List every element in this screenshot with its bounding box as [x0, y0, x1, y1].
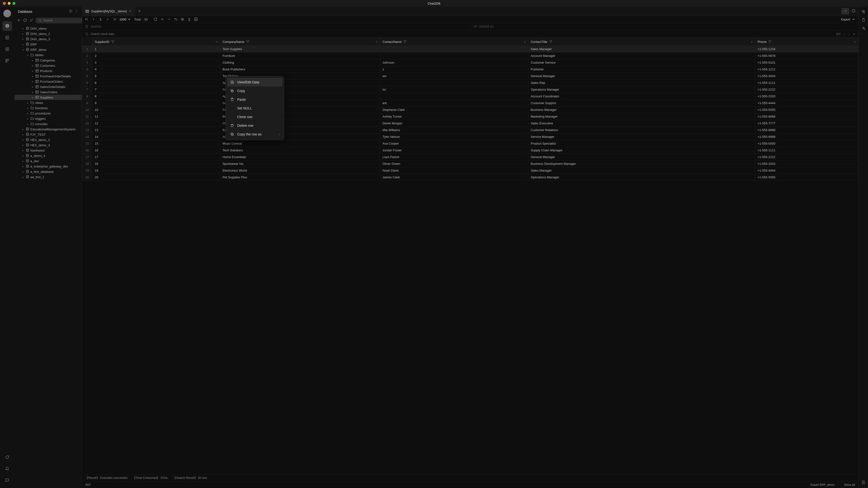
- table-row[interactable]: 1717Home EssentialsLiam ParkerGeneral Ma…: [82, 154, 858, 161]
- refresh-button[interactable]: [23, 18, 27, 23]
- tree-item-customers[interactable]: ▸Customers: [14, 63, 82, 68]
- tree-item-a-demo-4[interactable]: ▸a_demo_4: [14, 153, 82, 158]
- cell-companyname[interactable]: Tech Supplies: [220, 46, 380, 53]
- add-connection-button[interactable]: [69, 9, 72, 14]
- cell-contactname[interactable]: [380, 93, 528, 100]
- cell-phone[interactable]: +1-555-3333: [755, 161, 858, 167]
- cell-supplierid[interactable]: 18: [92, 161, 220, 167]
- cell-phone[interactable]: +1-555-5555: [755, 174, 858, 181]
- cell-contacttitle[interactable]: Operations Manager: [528, 86, 755, 93]
- cell-contacttitle[interactable]: General Manager: [528, 154, 755, 161]
- table-row[interactable]: 1313Baby GearMia WilliamsCustomer Relati…: [82, 127, 858, 133]
- tree-item-fjy-test[interactable]: ▸FJY_TEST: [14, 132, 82, 137]
- tab-suppliers[interactable]: Suppliers[MySQL _demo] ✕: [82, 7, 135, 16]
- tree-item-salesorderdetails[interactable]: ▸SalesOrderDetails: [14, 84, 82, 89]
- ctx-set-null[interactable]: Set NULL: [227, 104, 282, 112]
- activity-notifications[interactable]: [2, 464, 12, 474]
- tree-item-educationalmanagementsystem[interactable]: ▸EducationalManagementSystem: [14, 127, 82, 132]
- chart-button[interactable]: [194, 18, 198, 21]
- sidebar-more-button[interactable]: [74, 9, 78, 14]
- column-header-contacttitle[interactable]: ContactTitle⇅: [528, 38, 755, 46]
- cell-contactname[interactable]: [380, 46, 528, 53]
- cell-contactname[interactable]: Oliver Green: [380, 161, 528, 167]
- table-row[interactable]: 1515Music CentralAva CooperProduct Speci…: [82, 140, 858, 147]
- tabs-dropdown-button[interactable]: [841, 8, 849, 14]
- activity-ai[interactable]: [2, 44, 12, 54]
- cell-contacttitle[interactable]: General Manager: [528, 73, 755, 79]
- tree-item-northwind[interactable]: ▸Northwind: [14, 148, 82, 153]
- cell-phone[interactable]: +1-555-1212: [755, 66, 858, 73]
- cell-phone[interactable]: +1-555-2222: [755, 154, 858, 161]
- cell-phone[interactable]: +1-555-7777: [755, 120, 858, 127]
- cell-contactname[interactable]: s: [380, 66, 528, 73]
- cell-supplierid[interactable]: 12: [92, 120, 220, 127]
- ctx-copy[interactable]: Copy: [227, 87, 282, 95]
- upload-button[interactable]: [187, 18, 191, 21]
- table-row[interactable]: 99Garden EssentialsarkCustomer Support+1…: [82, 100, 858, 106]
- search-down-button[interactable]: ↓: [848, 32, 850, 36]
- cell-contacttitle[interactable]: Service Manager: [528, 133, 755, 140]
- table-row[interactable]: 1616Tech SolutionsJordan FosterSupply Ch…: [82, 147, 858, 154]
- next-page-button[interactable]: [106, 18, 110, 21]
- cell-supplierid[interactable]: 2: [92, 53, 220, 59]
- ctx-copy-the-row-as[interactable]: Copy the row as›: [227, 130, 282, 138]
- rail-notes-button[interactable]: [862, 481, 865, 485]
- tree-item-a-test-database[interactable]: ▸a_test_database: [14, 169, 82, 174]
- table-row[interactable]: 1010Pet ParadiseStephanie ClarkBusiness …: [82, 106, 858, 113]
- table-row[interactable]: 2020Pet Supplies PlusJames ClarkOperatio…: [82, 174, 858, 181]
- cell-contactname[interactable]: [380, 79, 528, 86]
- cell-phone[interactable]: +1-555-9999: [755, 133, 858, 140]
- cell-contacttitle[interactable]: Account Coordinator: [528, 93, 755, 100]
- orderby-filter[interactable]: ORDER BY: [470, 23, 858, 30]
- cell-supplierid[interactable]: 4: [92, 66, 220, 73]
- undo-button[interactable]: [174, 18, 178, 21]
- table-row[interactable]: 22FurnitureAccount Manager+1-555-5678: [82, 53, 858, 59]
- cell-contacttitle[interactable]: Supply Chain Manager: [528, 147, 755, 154]
- cell-supplierid[interactable]: 6: [92, 79, 220, 86]
- table-row[interactable]: 33ClothingJohnsonCustomer Service+1-555-…: [82, 59, 858, 66]
- table-row[interactable]: 1414Auto Parts Inc.Tyler NelsonService M…: [82, 133, 858, 140]
- tab-close-button[interactable]: ✕: [129, 9, 131, 13]
- tree-item-purchaseorderdetails[interactable]: ▸PurchaseOrderDetails: [14, 73, 82, 79]
- tree-item-salesorders[interactable]: ▸SalesOrders: [14, 89, 82, 95]
- cell-supplierid[interactable]: 8: [92, 93, 220, 100]
- cell-contacttitle[interactable]: Business Manager: [528, 106, 755, 113]
- cell-phone[interactable]: +1-555-4444: [755, 100, 858, 106]
- show-all-link[interactable]: Show all: [844, 483, 855, 487]
- cell-companyname[interactable]: Clothing: [220, 59, 380, 66]
- cell-supplierid[interactable]: 20: [92, 174, 220, 181]
- rail-clipboard-button[interactable]: [862, 18, 865, 23]
- tree-item-dhx-demo[interactable]: ▸DHX_demo: [14, 26, 82, 31]
- tree-item-erp-demo[interactable]: ▾ERP_demo: [14, 47, 82, 52]
- cell-contactname[interactable]: [380, 53, 528, 59]
- column-header-companyname[interactable]: CompanyName⇅: [220, 38, 380, 46]
- cell-supplierid[interactable]: 5: [92, 73, 220, 79]
- tree-item-dhx-demo-2[interactable]: ▸DHX_demo_2: [14, 31, 82, 36]
- table-row[interactable]: 1818Sportswear Inc.Oliver GreenBusiness …: [82, 161, 858, 167]
- new-query-button[interactable]: [17, 18, 21, 23]
- cell-companyname[interactable]: Home Essentials: [220, 154, 380, 161]
- ctx-delete-row[interactable]: Delete row: [227, 121, 282, 130]
- remove-row-button[interactable]: [167, 18, 171, 21]
- table-row[interactable]: 66Sports GearSales Rep+1-555-1111: [82, 79, 858, 86]
- preview-button[interactable]: [181, 18, 184, 21]
- table-row[interactable]: 77GemstonelorOperations Manager+1-555-22…: [82, 86, 858, 93]
- tree-item-hex-demo-3[interactable]: ▸HEX_demo_3: [14, 142, 82, 148]
- cell-supplierid[interactable]: 13: [92, 127, 220, 133]
- tree-item-functions[interactable]: ▸functions: [14, 105, 82, 110]
- first-page-button[interactable]: [85, 18, 89, 21]
- ctx-paste[interactable]: Paste: [227, 95, 282, 104]
- cell-companyname[interactable]: Furniture: [220, 53, 380, 59]
- activity-feedback[interactable]: [2, 476, 12, 485]
- cell-contactname[interactable]: Liam Parker: [380, 154, 528, 161]
- table-row[interactable]: 1111Beauty EssentialsAshley TurnerMarket…: [82, 113, 858, 120]
- activity-database[interactable]: [2, 21, 12, 31]
- table-row[interactable]: 1919Electronics WorldNoah DavisSales Man…: [82, 167, 858, 174]
- add-row-button[interactable]: [160, 18, 164, 21]
- cell-phone[interactable]: +1-555-6666: [755, 113, 858, 120]
- cell-supplierid[interactable]: 11: [92, 113, 220, 120]
- cell-phone[interactable]: +1-555-9101: [755, 59, 858, 66]
- cell-contactname[interactable]: Jordan Foster: [380, 147, 528, 154]
- table-row[interactable]: 44Book PublisherssPublisher+1-555-1212: [82, 66, 858, 73]
- search-up-button[interactable]: ↑: [844, 32, 845, 36]
